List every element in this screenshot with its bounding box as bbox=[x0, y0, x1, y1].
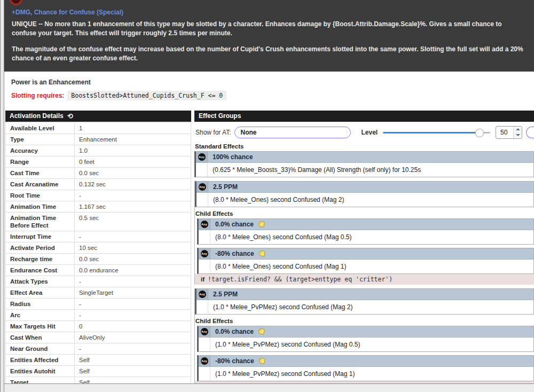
effect-box: Any2.5 PPM(1.0 * Melee_PvPMez) second Co… bbox=[195, 288, 534, 315]
tag-icon bbox=[257, 221, 265, 228]
effect-target-cell: Any bbox=[196, 152, 208, 162]
refresh-icon[interactable]: ⟲ bbox=[67, 113, 73, 120]
child-effects-container: Any0.0% chance(1.0 * Melee_PvPMez) secon… bbox=[195, 326, 534, 381]
effect-chance-label: 100% chance bbox=[208, 152, 253, 162]
content-columns: Activation Details ⟲ Available Level1Typ… bbox=[4, 111, 534, 384]
effect-box: Any100% chance(0.625 * Melee_Boosts_33)%… bbox=[194, 151, 534, 177]
activation-row-label: Radius bbox=[6, 298, 75, 309]
effect-line-text: (8.0 * Melee_Ones) second Confused (Mag … bbox=[208, 193, 349, 207]
power-description-header: +DMG, Chance for Confuse (Special) UNIQU… bbox=[4, 0, 534, 72]
effect-controls: Show for AT: None Level 50 bbox=[194, 122, 534, 142]
activation-row: Cast Time0.0 sec bbox=[6, 167, 191, 178]
effect-box: Any2.5 PPM(8.0 * Melee_Ones) second Conf… bbox=[195, 181, 534, 207]
activation-row: Recharge time0.0 sec bbox=[6, 253, 191, 264]
activation-row: Animation Time1.167 sec bbox=[6, 201, 191, 212]
effect-chance-label: 0.0% chance bbox=[210, 219, 265, 230]
level-slider-rail[interactable] bbox=[383, 132, 490, 134]
any-target-icon: Any bbox=[201, 328, 208, 335]
activation-row: TypeEnhancement bbox=[6, 134, 191, 145]
effect-box: Any-80% chance(8.0 * Melee_Ones) second … bbox=[197, 248, 534, 274]
effect-box-header[interactable]: Any0.0% chance bbox=[199, 219, 533, 230]
slotting-requirements: Slotting requires: BoostsSlotted>Attuned… bbox=[11, 91, 532, 100]
level-slider-knob[interactable] bbox=[475, 129, 484, 137]
effect-box-header[interactable]: Any2.5 PPM bbox=[197, 289, 533, 300]
activation-row-value: Self bbox=[75, 354, 191, 365]
child-effects-label: Child Effects bbox=[195, 318, 534, 324]
activation-row-value: 0.132 sec bbox=[75, 178, 191, 190]
effect-line-text: (1.0 * Melee_PvPMez) second Confused (Ma… bbox=[210, 338, 365, 351]
effect-groups-container: Any100% chance(0.625 * Melee_Boosts_33)%… bbox=[194, 151, 534, 384]
any-target-icon: Any bbox=[199, 291, 206, 298]
any-target-icon: Any bbox=[199, 183, 206, 191]
level-spinner[interactable]: 50 bbox=[496, 126, 522, 139]
activation-row-label: Animation Time Before Effect bbox=[6, 212, 75, 231]
activation-row-label: Type bbox=[6, 134, 75, 145]
archetype-select[interactable]: None bbox=[234, 127, 351, 138]
condition-expression: !target.isFriend? && (target>enttype eq … bbox=[208, 276, 392, 283]
activation-row: Max Targets Hit0 bbox=[6, 320, 191, 332]
activation-row-label: Range bbox=[6, 156, 75, 167]
effect-box-header[interactable]: Any100% chance bbox=[196, 152, 533, 163]
effect-chance-text: -80% chance bbox=[215, 357, 254, 365]
effect-group: Any100% chance(0.625 * Melee_Boosts_33)%… bbox=[194, 151, 534, 177]
activation-row-label: Cast Arcanatime bbox=[6, 178, 75, 190]
activation-row-value: 1.0 bbox=[75, 145, 191, 156]
effect-box-header[interactable]: Any-80% chance bbox=[199, 248, 533, 260]
effect-chance-label: 0.0% chance bbox=[210, 326, 265, 337]
power-description-2: The magnitude of the confuse effect may … bbox=[12, 45, 527, 63]
effect-chance-label: -80% chance bbox=[210, 248, 266, 259]
activation-row-label: Entities Affected bbox=[6, 354, 75, 365]
activation-row: Animation Time Before Effect0.5 sec bbox=[6, 212, 191, 231]
activation-details-table: Available Level1TypeEnhancementAccuracy1… bbox=[5, 122, 191, 384]
clipped-control[interactable] bbox=[526, 127, 534, 138]
activation-row-value: Enhancement bbox=[75, 134, 191, 145]
effect-line-text: (8.0 * Melee_Ones) second Confused (Mag … bbox=[210, 230, 356, 244]
activation-row: Arc- bbox=[6, 309, 191, 320]
effect-box: Any-80% chance(1.0 * Melee_PvPMez) secon… bbox=[197, 355, 534, 381]
effect-target-cell: Any bbox=[199, 356, 210, 366]
level-label: Level bbox=[361, 129, 378, 136]
effect-chance-text: 0.0% chance bbox=[215, 221, 254, 228]
activation-row: Root Time- bbox=[6, 190, 191, 201]
activation-row-label: Accuracy bbox=[6, 145, 75, 156]
activation-row-value: SingleTarget bbox=[75, 287, 191, 298]
condition-if-label: if bbox=[201, 276, 205, 283]
activation-row-value: 0.0 sec bbox=[75, 253, 191, 264]
effect-line: (8.0 * Melee_Ones) second Confused (Mag … bbox=[199, 260, 533, 273]
activation-row-value: - bbox=[75, 190, 191, 201]
activation-row-value: 1 bbox=[75, 122, 191, 134]
power-icon bbox=[10, 0, 22, 5]
activation-row: Accuracy1.0 bbox=[6, 145, 191, 156]
activation-row-value: 0 bbox=[75, 320, 191, 332]
activation-row-label: Root Time bbox=[6, 190, 75, 201]
effect-target-cell: Any bbox=[197, 289, 208, 300]
effect-box-header[interactable]: Any-80% chance bbox=[199, 356, 533, 367]
activation-row-label: Arc bbox=[6, 309, 75, 320]
any-target-icon: Any bbox=[201, 221, 208, 228]
spinner-up-icon[interactable] bbox=[516, 128, 520, 130]
level-slider[interactable] bbox=[383, 128, 490, 137]
standard-effects-label: Standard Effects bbox=[195, 143, 534, 150]
activation-table-body: Available Level1TypeEnhancementAccuracy1… bbox=[6, 122, 191, 384]
effect-box-header[interactable]: Any2.5 PPM bbox=[197, 182, 533, 193]
activation-row: Activate Period10 sec bbox=[6, 242, 191, 253]
effect-box-header[interactable]: Any0.0% chance bbox=[199, 326, 533, 338]
effect-chance-text: 0.0% chance bbox=[215, 328, 254, 335]
effect-chance-text: -80% chance bbox=[215, 250, 254, 257]
effect-group: Any2.5 PPM(1.0 * Melee_PvPMez) second Co… bbox=[194, 288, 534, 384]
spinner-down-icon[interactable] bbox=[516, 134, 520, 136]
level-spinner-arrows[interactable] bbox=[513, 127, 522, 138]
activation-row-label: Entities Autohit bbox=[6, 365, 75, 377]
tag-icon bbox=[258, 250, 266, 257]
activation-row: Cast Arcanatime0.132 sec bbox=[6, 178, 191, 190]
effect-line: (8.0 * Melee_Ones) second Confused (Mag … bbox=[199, 230, 533, 244]
effect-target-cell: Any bbox=[199, 219, 210, 230]
any-target-icon: Any bbox=[201, 357, 208, 365]
activation-row: Near Ground- bbox=[6, 343, 191, 354]
level-value[interactable]: 50 bbox=[496, 127, 513, 138]
activation-row-value: Self bbox=[75, 377, 191, 384]
activation-row-label: Near Ground bbox=[6, 343, 75, 354]
tag-icon bbox=[257, 328, 265, 335]
activation-details-header: Activation Details ⟲ bbox=[5, 111, 191, 122]
effect-line-text: (0.625 * Melee_Boosts_33)% Damage (All) … bbox=[208, 163, 426, 177]
